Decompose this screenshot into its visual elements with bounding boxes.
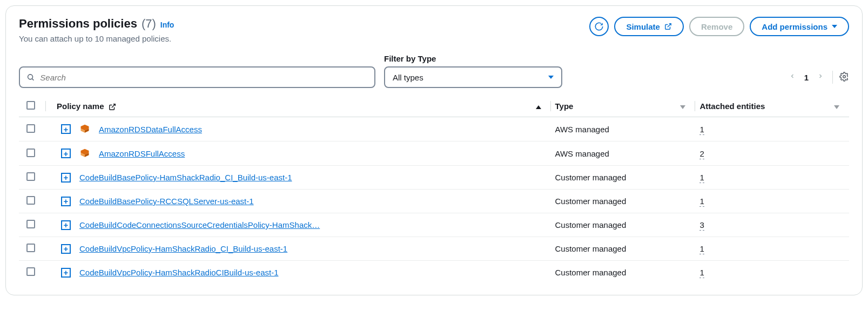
gear-icon xyxy=(839,72,849,82)
svg-point-1 xyxy=(28,75,33,79)
entities-link[interactable]: 1 xyxy=(699,268,704,278)
table-row: +CodeBuildCodeConnectionsSourceCredentia… xyxy=(19,213,849,237)
entities-link[interactable]: 1 xyxy=(699,125,704,135)
policy-type: AWS managed xyxy=(555,125,609,134)
expand-button[interactable]: + xyxy=(61,124,71,134)
expand-button[interactable]: + xyxy=(61,220,71,230)
policy-link[interactable]: CodeBuildVpcPolicy-HamShackRadio_CI_Buil… xyxy=(79,244,287,253)
aws-policy-icon xyxy=(79,148,90,159)
row-checkbox[interactable] xyxy=(26,124,35,133)
policy-count: (7) xyxy=(142,17,156,31)
remove-button[interactable]: Remove xyxy=(689,17,744,36)
policy-type: Customer managed xyxy=(555,268,627,277)
sort-asc-icon xyxy=(536,105,541,109)
prev-page-button[interactable] xyxy=(787,69,798,86)
table-row: +CodeBuildVpcPolicy-HamShackRadioCIBuild… xyxy=(19,261,849,285)
policy-type: Customer managed xyxy=(555,220,627,230)
expand-button[interactable]: + xyxy=(61,173,71,183)
external-link-icon xyxy=(664,23,672,30)
svg-line-0 xyxy=(668,24,671,27)
policy-link[interactable]: CodeBuildBasePolicy-HamShackRadio_CI_Bui… xyxy=(79,173,292,182)
table-row: +CodeBuildBasePolicy-RCCSQLServer-us-eas… xyxy=(19,190,849,213)
row-checkbox[interactable] xyxy=(26,148,35,157)
policy-link[interactable]: AmazonRDSDataFullAccess xyxy=(99,125,202,134)
expand-button[interactable]: + xyxy=(61,148,71,158)
table-row: +CodeBuildVpcPolicy-HamShackRadio_CI_Bui… xyxy=(19,237,849,261)
table-row: +AmazonRDSFullAccessAWS managed2 xyxy=(19,141,849,166)
row-checkbox[interactable] xyxy=(26,267,35,276)
chevron-down-icon xyxy=(548,76,554,79)
sort-icon xyxy=(834,105,839,109)
expand-button[interactable]: + xyxy=(61,244,71,254)
permissions-panel: Permissions policies (7) Info You can at… xyxy=(5,5,863,295)
add-permissions-button[interactable]: Add permissions xyxy=(750,17,849,36)
info-link[interactable]: Info xyxy=(160,21,174,29)
search-icon xyxy=(26,73,35,82)
select-all-checkbox[interactable] xyxy=(26,101,35,110)
refresh-button[interactable] xyxy=(589,17,609,36)
policy-type: Customer managed xyxy=(555,173,627,182)
aws-policy-icon xyxy=(79,124,90,134)
table-row: +AmazonRDSDataFullAccessAWS managed1 xyxy=(19,117,849,141)
next-page-button[interactable] xyxy=(815,69,826,86)
entities-link[interactable]: 1 xyxy=(699,173,704,183)
policy-type: Customer managed xyxy=(555,197,627,206)
column-policy-name[interactable]: Policy name xyxy=(57,102,104,111)
column-entities[interactable]: Attached entities xyxy=(699,102,765,111)
entities-link[interactable]: 3 xyxy=(699,220,704,231)
entities-link[interactable]: 1 xyxy=(699,244,704,254)
entities-link[interactable]: 1 xyxy=(699,197,704,207)
policy-link[interactable]: CodeBuildBasePolicy-RCCSQLServer-us-east… xyxy=(79,197,254,206)
settings-button[interactable] xyxy=(839,72,849,83)
chevron-down-icon xyxy=(832,25,837,28)
svg-line-4 xyxy=(112,104,115,107)
search-input[interactable] xyxy=(40,73,368,82)
search-input-wrapper[interactable] xyxy=(19,66,375,88)
refresh-icon xyxy=(594,22,604,31)
svg-line-2 xyxy=(32,79,34,80)
page-title: Permissions policies xyxy=(19,17,137,31)
subtitle: You can attach up to 10 managed policies… xyxy=(19,34,174,43)
policy-type: Customer managed xyxy=(555,244,627,253)
row-checkbox[interactable] xyxy=(26,220,35,228)
policy-link[interactable]: CodeBuildVpcPolicy-HamShackRadioCIBuild-… xyxy=(79,268,279,277)
policy-link[interactable]: CodeBuildCodeConnectionsSourceCredential… xyxy=(79,220,320,230)
svg-point-3 xyxy=(843,75,846,78)
row-checkbox[interactable] xyxy=(26,196,35,205)
filter-label: Filter by Type xyxy=(384,54,562,63)
filter-type-select[interactable]: All types xyxy=(384,66,562,88)
row-checkbox[interactable] xyxy=(26,244,35,252)
page-number: 1 xyxy=(804,73,809,82)
table-row: +CodeBuildBasePolicy-HamShackRadio_CI_Bu… xyxy=(19,166,849,190)
row-checkbox[interactable] xyxy=(26,172,35,181)
entities-link[interactable]: 2 xyxy=(699,149,704,159)
policy-type: AWS managed xyxy=(555,149,609,158)
policy-link[interactable]: AmazonRDSFullAccess xyxy=(99,149,185,158)
expand-button[interactable]: + xyxy=(61,268,71,278)
external-link-icon xyxy=(109,103,116,111)
column-type[interactable]: Type xyxy=(555,102,574,111)
expand-button[interactable]: + xyxy=(61,197,71,206)
sort-icon xyxy=(680,105,685,109)
simulate-button[interactable]: Simulate xyxy=(614,17,684,36)
